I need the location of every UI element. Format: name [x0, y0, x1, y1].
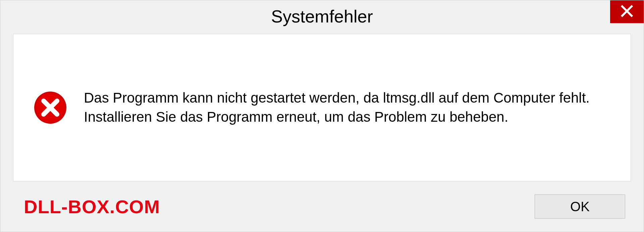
close-button[interactable] [610, 0, 644, 23]
watermark-text: DLL-BOX.COM [24, 196, 160, 218]
content-area: Das Programm kann nicht gestartet werden… [13, 34, 631, 181]
error-icon [34, 91, 67, 124]
error-message: Das Programm kann nicht gestartet werden… [84, 89, 610, 126]
ok-button[interactable]: OK [535, 194, 625, 219]
close-icon [620, 4, 634, 19]
titlebar: Systemfehler [0, 0, 644, 31]
dialog-title: Systemfehler [271, 6, 373, 26]
error-dialog: Systemfehler Das Programm kann nicht ges… [0, 0, 644, 232]
dialog-footer: DLL-BOX.COM OK [0, 181, 644, 232]
